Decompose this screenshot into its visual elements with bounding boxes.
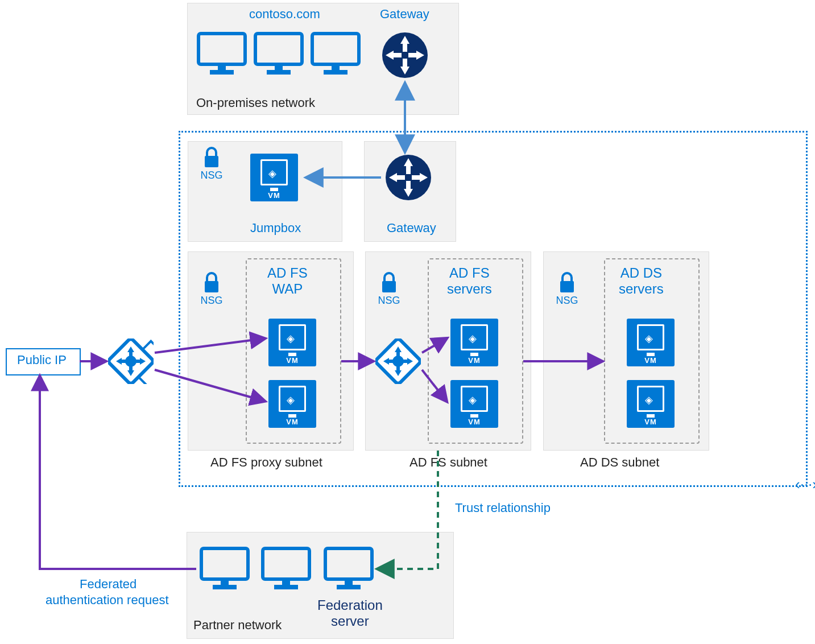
nsg-lock-icon: NSG — [195, 147, 229, 181]
adds-vm-icon: VM — [627, 380, 675, 428]
adds-vm-icon: VM — [627, 319, 675, 366]
adfs-vm-icon: VM — [450, 380, 498, 428]
adfs-wap-vm-icon: VM — [268, 380, 316, 428]
svg-point-17 — [125, 356, 136, 367]
nsg-lock-icon: NSG — [195, 272, 229, 306]
adfs-vm-icon: VM — [450, 319, 498, 366]
public-ip-label: Public IP — [17, 353, 67, 368]
nsg-lock-icon: NSG — [550, 272, 584, 306]
onprem-monitor-icon — [310, 31, 361, 76]
adfs-wap-title: AD FSWAP — [267, 265, 308, 296]
nsg-label: NSG — [372, 295, 406, 307]
adfs-subnet-label: AD FS subnet — [409, 455, 487, 470]
onprem-monitor-icon — [196, 31, 247, 76]
onprem-router-icon — [381, 31, 429, 79]
partner-monitor-icon — [260, 546, 312, 591]
vnet-expand-icon: ‹···› — [795, 476, 815, 493]
svg-rect-1 — [218, 64, 226, 70]
svg-rect-2 — [210, 70, 234, 75]
partner-monitor-icon — [199, 546, 250, 591]
fed-request-label-2: authentication request — [45, 593, 169, 608]
svg-rect-28 — [337, 585, 361, 589]
svg-rect-14 — [560, 281, 574, 292]
nsg-label: NSG — [195, 170, 229, 181]
trust-label: Trust relationship — [455, 501, 551, 515]
onprem-monitor-icon — [253, 31, 304, 76]
svg-rect-7 — [332, 64, 340, 70]
svg-rect-27 — [345, 579, 353, 585]
svg-rect-10 — [205, 156, 218, 167]
svg-rect-8 — [324, 70, 347, 75]
fed-request-label-1: Federated — [80, 577, 136, 592]
vnet-router-icon — [384, 154, 432, 201]
svg-rect-22 — [213, 585, 237, 589]
svg-rect-12 — [205, 281, 218, 292]
load-balancer-icon — [108, 338, 154, 384]
svg-rect-26 — [325, 548, 372, 579]
adfs-wap-vm-icon: VM — [268, 319, 316, 366]
jumpbox-vm-icon: VM — [250, 154, 298, 201]
onprem-gateway-label: Gateway — [380, 7, 429, 22]
federation-server-label: Federationserver — [317, 597, 383, 629]
onprem-title: On-premises network — [196, 96, 315, 110]
nsg-lock-icon: NSG — [372, 272, 406, 306]
nsg-label: NSG — [550, 295, 584, 307]
adfs-proxy-subnet-label: AD FS proxy subnet — [210, 455, 322, 470]
federation-server-icon — [323, 546, 374, 591]
svg-rect-23 — [263, 548, 309, 579]
svg-rect-3 — [255, 34, 302, 64]
svg-rect-25 — [274, 585, 298, 589]
svg-rect-4 — [275, 64, 283, 70]
load-balancer-icon — [375, 338, 421, 384]
svg-point-19 — [392, 356, 404, 367]
svg-rect-0 — [198, 34, 245, 64]
svg-rect-21 — [221, 579, 229, 585]
adds-title: AD DSservers — [619, 265, 664, 296]
jumpbox-label: Jumpbox — [250, 221, 301, 236]
svg-rect-5 — [267, 70, 291, 75]
svg-rect-6 — [312, 34, 359, 64]
adds-subnet-label: AD DS subnet — [580, 455, 659, 470]
adfs-title: AD FSservers — [447, 265, 492, 296]
partner-network-label: Partner network — [193, 618, 282, 633]
nsg-label: NSG — [195, 295, 229, 307]
svg-rect-20 — [201, 548, 248, 579]
svg-rect-13 — [382, 281, 396, 292]
svg-rect-24 — [282, 579, 290, 585]
vnet-gateway-label: Gateway — [387, 221, 436, 236]
onprem-domain-label: contoso.com — [249, 7, 320, 22]
